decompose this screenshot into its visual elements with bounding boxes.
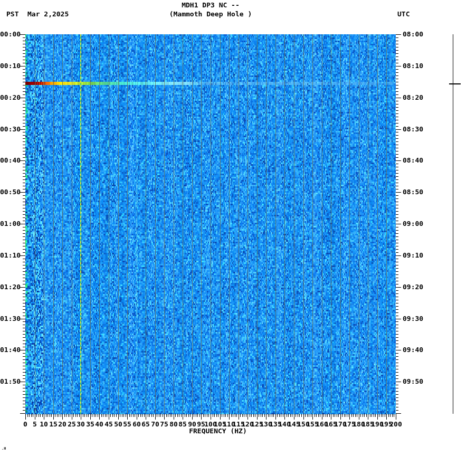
timezone-right-label: UTC (397, 11, 410, 17)
time-label-left: 01:20 (0, 283, 21, 290)
time-label-left: 00:20 (0, 94, 21, 101)
time-label-right: 09:10 (403, 252, 423, 259)
time-label-right: 09:50 (403, 378, 423, 385)
time-label-right: 09:40 (403, 346, 423, 353)
time-label-left: 01:30 (0, 315, 21, 322)
time-label-right: 09:30 (403, 315, 423, 322)
spectrogram-page: PST Mar 2,2025 MDH1 DP3 NC -- (Mammoth D… (0, 0, 476, 456)
freq-tick-label: 200 (385, 421, 406, 428)
time-label-left: 00:30 (0, 126, 21, 132)
x-axis-title: FREQUENCY (HZ) (176, 427, 260, 435)
time-label-left: 01:50 (0, 378, 21, 385)
time-label-right: 08:30 (403, 126, 423, 132)
corner-artifact-glyph: .H (2, 447, 6, 451)
time-label-left: 00:40 (0, 157, 21, 164)
time-label-right: 08:40 (403, 157, 423, 164)
timezone-left-label: PST (6, 11, 18, 17)
page-subtitle: (Mammoth Deep Hole ) (25, 11, 396, 17)
time-label-left: 01:40 (0, 346, 21, 353)
time-label-left: 00:10 (0, 62, 21, 69)
time-label-right: 08:10 (403, 62, 423, 69)
time-label-right: 09:00 (403, 220, 423, 227)
time-label-right: 08:00 (403, 31, 423, 37)
page-title: MDH1 DP3 NC -- (25, 2, 396, 8)
time-label-right: 08:20 (403, 94, 423, 101)
time-label-left: 01:10 (0, 252, 21, 259)
time-label-left: 01:00 (0, 220, 21, 227)
time-label-right: 09:20 (403, 283, 423, 290)
time-label-left: 00:00 (0, 31, 21, 37)
time-label-right: 08:50 (403, 188, 423, 195)
time-label-left: 00:50 (0, 188, 21, 195)
